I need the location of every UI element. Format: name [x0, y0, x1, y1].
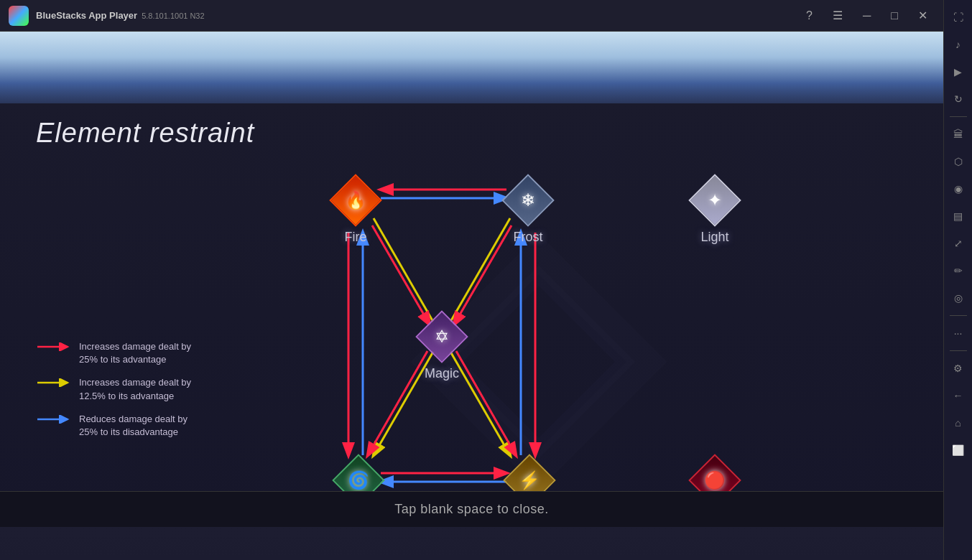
- blue-arrow-icon: [36, 415, 72, 424]
- info-panel: Element restraint Increases damage dealt…: [0, 103, 943, 527]
- frost-symbol: ❄: [521, 190, 535, 210]
- close-button[interactable]: ✕: [911, 6, 935, 25]
- fire-icon: 🔥: [330, 175, 381, 225]
- element-node-frost: ❄ Frost: [503, 175, 553, 245]
- light-symbol: ✦: [708, 190, 722, 210]
- bottom-bar[interactable]: Tap blank space to close.: [0, 491, 943, 527]
- page-title: Element restraint: [36, 118, 254, 149]
- hurricane-symbol: 🌀: [348, 470, 369, 490]
- dark-symbol: 🔴: [704, 470, 726, 490]
- light-icon: ✦: [690, 175, 740, 225]
- app-title: BlueStacks App Player: [36, 10, 137, 21]
- legend-item-yellow: Increases damage dealt by 12.5% to its a…: [36, 376, 208, 402]
- app-logo: [9, 6, 29, 26]
- legend-item-blue: Reduces damage dealt by 25% to its disad…: [36, 413, 208, 439]
- apk-icon[interactable]: ⬡: [947, 150, 970, 173]
- element-node-light: ✦ Light: [690, 175, 740, 245]
- more-icon[interactable]: ···: [947, 322, 970, 345]
- legend-item-red: Increases damage dealt by 25% to its adv…: [36, 340, 208, 366]
- menu-button[interactable]: ☰: [825, 6, 850, 25]
- lightning-symbol: ⚡: [519, 470, 540, 490]
- fire-label: Fire: [345, 230, 367, 245]
- magic-icon: ✡: [417, 312, 467, 362]
- divider-1: [950, 116, 967, 117]
- volume-icon[interactable]: ♪: [947, 33, 970, 56]
- tap-hint: Tap blank space to close.: [394, 502, 549, 517]
- help-button[interactable]: ?: [799, 6, 820, 25]
- magic-symbol: ✡: [435, 327, 449, 347]
- building-icon[interactable]: 🏛: [947, 123, 970, 146]
- app-version: 5.8.101.1001 N32: [142, 11, 204, 20]
- home-icon[interactable]: ⌂: [947, 411, 970, 434]
- legend-text-yellow: Increases damage dealt by 12.5% to its a…: [79, 376, 208, 402]
- rotate-icon[interactable]: ↻: [947, 88, 970, 111]
- location-icon[interactable]: ◎: [947, 286, 970, 309]
- maximize-button[interactable]: □: [884, 6, 905, 25]
- divider-2: [950, 315, 967, 316]
- erase-icon[interactable]: ✏: [947, 259, 970, 282]
- camera-icon[interactable]: ◉: [947, 177, 970, 200]
- back-icon[interactable]: ←: [947, 384, 970, 407]
- fire-symbol: 🔥: [345, 190, 366, 210]
- light-label: Light: [700, 230, 728, 245]
- title-bar: BlueStacks App Player 5.8.101.1001 N32 ?…: [0, 0, 943, 32]
- right-sidebar: ⛶ ♪ ▶ ↻ 🏛 ⬡ ◉ ▤ ⤢ ✏ ◎ ··· ⚙ ← ⌂ ⬜: [943, 0, 972, 560]
- diagram-area: 🔥 Fire ❄ Frost: [251, 146, 826, 527]
- folder-icon[interactable]: ▤: [947, 205, 970, 228]
- game-screen[interactable]: Element restraint Increases damage dealt…: [0, 32, 943, 527]
- frost-icon: ❄: [503, 175, 553, 225]
- element-node-magic: ✡ Magic: [417, 312, 467, 381]
- recent-icon[interactable]: ⬜: [947, 439, 970, 462]
- title-controls: ? ☰ ─ □ ✕: [799, 6, 935, 25]
- main-content: Element restraint Increases damage dealt…: [0, 32, 943, 560]
- legend: Increases damage dealt by 25% to its adv…: [36, 340, 208, 439]
- red-arrow-icon: [36, 342, 72, 351]
- legend-text-red: Increases damage dealt by 25% to its adv…: [79, 340, 208, 366]
- resize-icon[interactable]: ⤢: [947, 232, 970, 255]
- divider-3: [950, 350, 967, 351]
- settings-icon[interactable]: ⚙: [947, 357, 970, 380]
- magic-label: Magic: [425, 366, 459, 381]
- frost-label: Frost: [513, 230, 542, 245]
- yellow-arrow-icon: [36, 378, 72, 387]
- record-icon[interactable]: ▶: [947, 60, 970, 83]
- expand-icon[interactable]: ⛶: [947, 6, 970, 29]
- minimize-button[interactable]: ─: [856, 6, 878, 25]
- legend-text-blue: Reduces damage dealt by 25% to its disad…: [79, 413, 208, 439]
- element-node-fire: 🔥 Fire: [330, 175, 381, 245]
